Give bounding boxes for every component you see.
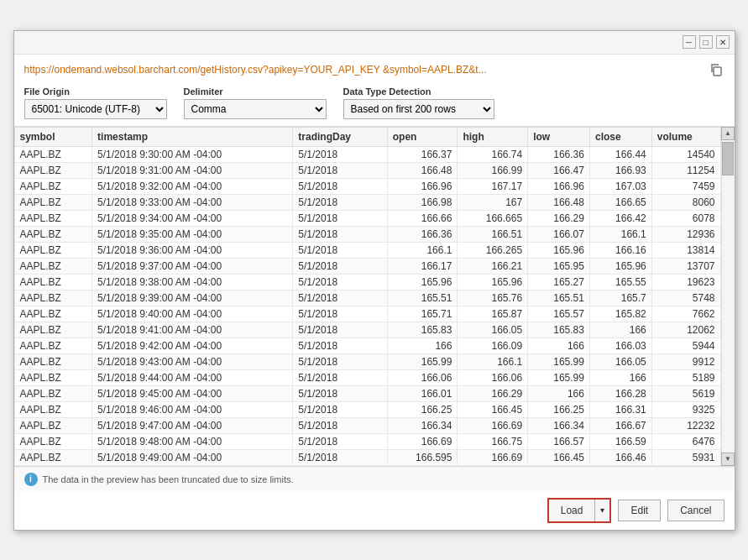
vertical-scrollbar[interactable]: ▲ ▼	[721, 127, 735, 466]
scroll-up-arrow[interactable]: ▲	[721, 127, 735, 140]
table-cell: 166.75	[458, 433, 528, 449]
table-cell: 166	[528, 385, 590, 401]
scroll-thumb[interactable]	[722, 142, 734, 175]
table-cell: 5/1/2018	[293, 290, 387, 306]
col-header-tradingDay[interactable]: tradingDay	[293, 127, 387, 146]
table-cell: 166.03	[589, 338, 651, 353]
table-cell: 5/1/2018	[293, 353, 387, 369]
copy-icon[interactable]	[708, 61, 724, 78]
table-cell: 5/1/2018 9:35:00 AM -04:00	[92, 226, 293, 242]
table-cell: 5/1/2018	[293, 258, 387, 274]
maximize-button[interactable]: □	[699, 35, 713, 49]
table-cell: 167.03	[589, 178, 651, 194]
table-cell: 165.96	[458, 274, 528, 290]
table-cell: 166.42	[589, 210, 651, 226]
table-cell: 5/1/2018 9:47:00 AM -04:00	[92, 417, 293, 433]
table-cell: 19623	[651, 274, 720, 290]
load-button[interactable]: Load	[549, 500, 595, 521]
table-cell: 166.665	[458, 210, 528, 226]
table-cell: 5/1/2018 9:36:00 AM -04:00	[92, 242, 293, 258]
table-cell: 166.99	[458, 162, 528, 178]
table-cell: 166.25	[387, 401, 458, 417]
table-cell: 5/1/2018	[293, 226, 387, 242]
table-cell: 166.17	[387, 258, 458, 274]
table-cell: 167.17	[458, 178, 528, 194]
table-row: AAPL.BZ5/1/2018 9:42:00 AM -04:005/1/201…	[14, 338, 720, 353]
table-cell: AAPL.BZ	[14, 353, 92, 369]
table-cell: AAPL.BZ	[14, 322, 92, 338]
table-cell: 165.96	[589, 258, 651, 274]
table-cell: 166.05	[458, 322, 528, 338]
table-cell: 165.27	[528, 274, 590, 290]
load-dropdown-button[interactable]: ▾	[594, 500, 609, 521]
table-cell: 166.47	[528, 162, 590, 178]
table-cell: 165.96	[387, 274, 458, 290]
table-cell: 12936	[651, 226, 720, 242]
col-header-high[interactable]: high	[458, 127, 528, 146]
col-header-open[interactable]: open	[387, 127, 458, 146]
table-cell: AAPL.BZ	[14, 146, 92, 162]
table-cell: 166.44	[589, 146, 651, 162]
col-header-timestamp[interactable]: timestamp	[92, 127, 293, 146]
detection-group: Data Type Detection Based on first 200 r…	[343, 86, 494, 119]
table-row: AAPL.BZ5/1/2018 9:32:00 AM -04:005/1/201…	[14, 178, 720, 194]
col-header-volume[interactable]: volume	[651, 127, 720, 146]
detection-select[interactable]: Based on first 200 rows	[343, 99, 494, 119]
col-header-low[interactable]: low	[528, 127, 590, 146]
table-scroll[interactable]: symboltimestamptradingDayopenhighlowclos…	[14, 127, 721, 466]
table-cell: 5/1/2018 9:34:00 AM -04:00	[92, 210, 293, 226]
table-cell: AAPL.BZ	[14, 417, 92, 433]
table-cell: 165.83	[528, 322, 590, 338]
table-cell: 165.76	[458, 290, 528, 306]
table-cell: 5/1/2018	[293, 369, 387, 385]
table-cell: 166.1	[458, 353, 528, 369]
main-dialog: ─ □ ✕ https://ondemand.websol.barchart.c…	[13, 30, 735, 531]
table-row: AAPL.BZ5/1/2018 9:43:00 AM -04:005/1/201…	[14, 353, 720, 369]
data-table: symboltimestamptradingDayopenhighlowclos…	[14, 127, 721, 466]
col-header-close[interactable]: close	[589, 127, 651, 146]
scroll-down-arrow[interactable]: ▼	[721, 453, 735, 466]
table-cell: 166.46	[589, 449, 651, 465]
controls-row: File Origin 65001: Unicode (UTF-8) Delim…	[14, 81, 735, 126]
table-cell: 166.37	[387, 146, 458, 162]
info-bar: i The data in the preview has been trunc…	[14, 467, 735, 491]
edit-button[interactable]: Edit	[618, 500, 661, 521]
table-row: AAPL.BZ5/1/2018 9:30:00 AM -04:005/1/201…	[14, 146, 720, 162]
table-cell: AAPL.BZ	[14, 369, 92, 385]
minimize-button[interactable]: ─	[683, 35, 696, 49]
table-header-row: symboltimestamptradingDayopenhighlowclos…	[14, 127, 720, 146]
table-row: AAPL.BZ5/1/2018 9:37:00 AM -04:005/1/201…	[14, 258, 720, 274]
table-cell: 166.66	[387, 210, 458, 226]
table-row: AAPL.BZ5/1/2018 9:33:00 AM -04:005/1/201…	[14, 194, 720, 210]
table-row: AAPL.BZ5/1/2018 9:46:00 AM -04:005/1/201…	[14, 401, 720, 417]
table-cell: 166.57	[528, 433, 590, 449]
table-cell: 165.99	[528, 353, 590, 369]
file-origin-select[interactable]: 65001: Unicode (UTF-8)	[24, 99, 167, 119]
cancel-button[interactable]: Cancel	[667, 500, 724, 521]
table-row: AAPL.BZ5/1/2018 9:34:00 AM -04:005/1/201…	[14, 210, 720, 226]
table-cell: AAPL.BZ	[14, 242, 92, 258]
col-header-symbol[interactable]: symbol	[14, 127, 92, 146]
table-row: AAPL.BZ5/1/2018 9:38:00 AM -04:005/1/201…	[14, 274, 720, 290]
table-cell: 165.82	[589, 306, 651, 322]
table-cell: 166	[589, 369, 651, 385]
table-cell: 5189	[651, 369, 720, 385]
table-cell: 166.25	[528, 401, 590, 417]
table-cell: 5/1/2018	[293, 274, 387, 290]
table-cell: 5/1/2018	[293, 162, 387, 178]
delimiter-group: Delimiter Comma	[184, 86, 327, 119]
table-cell: 5/1/2018	[293, 401, 387, 417]
table-cell: 166.29	[458, 385, 528, 401]
table-cell: 165.99	[528, 369, 590, 385]
close-button[interactable]: ✕	[716, 35, 730, 49]
table-cell: 166	[589, 322, 651, 338]
table-cell: 5/1/2018 9:42:00 AM -04:00	[92, 338, 293, 353]
table-cell: 5/1/2018	[293, 178, 387, 194]
table-cell: 166.98	[387, 194, 458, 210]
delimiter-select[interactable]: Comma	[184, 99, 327, 119]
table-cell: AAPL.BZ	[14, 210, 92, 226]
table-cell: 11254	[651, 162, 720, 178]
table-cell: 5/1/2018	[293, 322, 387, 338]
table-row: AAPL.BZ5/1/2018 9:44:00 AM -04:005/1/201…	[14, 369, 720, 385]
table-row: AAPL.BZ5/1/2018 9:41:00 AM -04:005/1/201…	[14, 322, 720, 338]
